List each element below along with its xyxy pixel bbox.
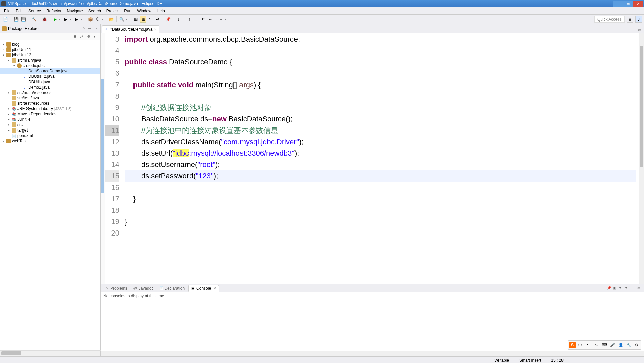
menu-search[interactable]: Search xyxy=(86,8,104,14)
tree-src-test-resources[interactable]: src/test/resources xyxy=(0,101,100,106)
link-editor-icon[interactable]: ⇄ xyxy=(80,34,85,39)
new-class-button[interactable]: © xyxy=(94,16,101,23)
ime-tool-button[interactable]: 🔧 xyxy=(625,342,632,348)
coverage-button[interactable]: ▶ xyxy=(62,16,69,23)
menu-edit[interactable]: Edit xyxy=(13,8,25,14)
console-display-icon[interactable]: ▣ xyxy=(613,286,618,291)
menu-project[interactable]: Project xyxy=(104,8,121,14)
pin-button[interactable]: 📌 xyxy=(165,16,171,23)
forward-button[interactable]: → xyxy=(218,16,224,23)
editor-maximize-icon[interactable]: ▭ xyxy=(638,28,643,33)
run-button[interactable]: ▶ xyxy=(52,16,58,23)
coverage-dropdown[interactable]: ▾ xyxy=(70,18,72,21)
search-button[interactable]: 🔍 xyxy=(118,16,125,23)
ime-emoji-button[interactable]: ☺ xyxy=(593,342,600,348)
tree-src-main-java[interactable]: ▾src/main/java xyxy=(0,58,100,63)
console-open-dropdown[interactable]: ▾ xyxy=(619,286,624,291)
ime-keyboard-button[interactable]: ⌨ xyxy=(601,342,608,348)
view-minimize-icon[interactable]: — xyxy=(88,26,92,31)
console-pin-icon[interactable]: 📌 xyxy=(607,286,612,291)
menu-source[interactable]: Source xyxy=(25,8,44,14)
tree-maven-deps[interactable]: ▸📚Maven Dependencies xyxy=(0,111,100,117)
tree-src-main-resources[interactable]: ▸src/main/resources xyxy=(0,90,100,95)
menu-navigate[interactable]: Navigate xyxy=(64,8,85,14)
tree-junit[interactable]: ▸📚JUnit 4 xyxy=(0,117,100,122)
menu-run[interactable]: Run xyxy=(121,8,134,14)
tree-pom-xml[interactable]: 📄pom.xml xyxy=(0,133,100,138)
forward-dropdown[interactable]: ▾ xyxy=(225,18,228,21)
ime-settings-button[interactable]: ⚙ xyxy=(633,342,640,348)
new-button[interactable]: 📄 xyxy=(2,16,9,23)
next-annotation-button[interactable]: ↓ xyxy=(175,16,182,23)
menu-refactor[interactable]: Refactor xyxy=(44,8,64,14)
last-edit-button[interactable]: ↶ xyxy=(200,16,206,23)
view-menu-icon[interactable]: ▾ xyxy=(94,34,98,39)
ime-punct-button[interactable]: •, xyxy=(585,342,592,348)
build-button[interactable]: 🔨 xyxy=(31,16,37,23)
prev-annotation-button[interactable]: ↑ xyxy=(186,16,193,23)
sogou-icon[interactable]: S xyxy=(569,342,576,348)
editor-vertical-scrollbar[interactable] xyxy=(639,33,644,284)
tree-project-blog[interactable]: ▸blog xyxy=(0,42,100,47)
external-dropdown[interactable]: ▾ xyxy=(80,18,83,21)
menu-window[interactable]: Window xyxy=(134,8,154,14)
tree-project-jdbcunit11[interactable]: ▸jdbcUnit11 xyxy=(0,47,100,52)
tree-src-folder[interactable]: ▸src xyxy=(0,122,100,127)
tree-target-folder[interactable]: ▸target xyxy=(0,127,100,133)
ime-voice-button[interactable]: 🎤 xyxy=(609,342,616,348)
search-dropdown[interactable]: ▾ xyxy=(126,18,128,21)
view-maximize-icon[interactable]: ▭ xyxy=(94,26,98,31)
scrollbar-thumb[interactable] xyxy=(640,46,643,167)
console-maximize-icon[interactable]: ▭ xyxy=(637,286,642,291)
sidebar-horizontal-scrollbar[interactable] xyxy=(0,351,101,356)
tree-file-dbutils[interactable]: JDBUtils.java xyxy=(0,79,100,85)
editor-tab-close-icon[interactable]: ✕ xyxy=(154,28,156,31)
close-button[interactable]: ✕ xyxy=(633,1,643,7)
open-perspective-button[interactable]: ⊞ xyxy=(627,16,633,23)
prev-annotation-dropdown[interactable]: ▾ xyxy=(193,18,196,21)
tree-file-demo1[interactable]: JDemo1.java xyxy=(0,85,100,90)
editor-tab[interactable]: J *DataSourceDemo.java ✕ xyxy=(102,25,159,33)
open-type-button[interactable]: 📂 xyxy=(108,16,115,23)
tab-problems[interactable]: ⚠Problems xyxy=(103,285,130,291)
view-close-icon[interactable]: ✕ xyxy=(83,26,88,31)
tree-jre-library[interactable]: ▸📚JRE System Library[J2SE-1.5] xyxy=(0,106,100,111)
console-close-icon[interactable]: ✕ xyxy=(213,286,216,290)
console-new-dropdown[interactable]: ▾ xyxy=(625,286,630,291)
back-button[interactable]: ← xyxy=(207,16,214,23)
editor-minimize-icon[interactable]: — xyxy=(632,28,637,33)
show-whitespace-button[interactable]: ¶ xyxy=(147,16,154,23)
save-all-button[interactable]: 💾 xyxy=(20,16,27,23)
tree-project-webtest[interactable]: ▸webTest xyxy=(0,138,100,144)
next-annotation-dropdown[interactable]: ▾ xyxy=(182,18,185,21)
sidebar-scroll-thumb[interactable] xyxy=(1,351,21,355)
toggle-mark-button[interactable]: ▦ xyxy=(132,16,139,23)
back-dropdown[interactable]: ▾ xyxy=(214,18,217,21)
new-class-dropdown[interactable]: ▾ xyxy=(102,18,104,21)
code-content[interactable]: import org.apache.commons.dbcp.BasicData… xyxy=(122,33,639,284)
toggle-block-button[interactable]: ▦ xyxy=(140,16,146,23)
toggle-word-wrap-button[interactable]: ↵ xyxy=(154,16,161,23)
ime-skin-button[interactable]: 👤 xyxy=(617,342,624,348)
run-dropdown[interactable]: ▾ xyxy=(59,18,62,21)
minimize-button[interactable]: — xyxy=(613,1,623,7)
ime-lang-button[interactable]: 中 xyxy=(577,342,584,348)
maximize-button[interactable]: ▭ xyxy=(623,1,633,7)
debug-dropdown[interactable]: ▾ xyxy=(48,18,51,21)
focus-icon[interactable]: ⚙ xyxy=(87,34,92,39)
tab-javadoc[interactable]: @Javadoc xyxy=(131,285,156,291)
console-minimize-icon[interactable]: — xyxy=(631,286,636,291)
new-package-button[interactable]: 📦 xyxy=(87,16,94,23)
menu-help[interactable]: Help xyxy=(154,8,168,14)
tree-project-jdbcunit12[interactable]: ▾jdbcUnit12 xyxy=(0,52,100,58)
save-button[interactable]: 💾 xyxy=(13,16,19,23)
tab-declaration[interactable]: 📄Declaration xyxy=(157,285,187,291)
external-button[interactable]: ▶ xyxy=(73,16,80,23)
tree-src-test-java[interactable]: src/test/java xyxy=(0,95,100,101)
new-dropdown[interactable]: ▾ xyxy=(9,18,12,21)
tree-file-datasourcedemo[interactable]: JDataSourceDemo.java xyxy=(0,68,100,74)
menu-file[interactable]: File xyxy=(1,8,13,14)
tab-console[interactable]: ▣Console✕ xyxy=(188,285,219,292)
debug-button[interactable]: 🐞 xyxy=(41,16,48,23)
quick-access-input[interactable]: Quick Access xyxy=(594,16,625,23)
